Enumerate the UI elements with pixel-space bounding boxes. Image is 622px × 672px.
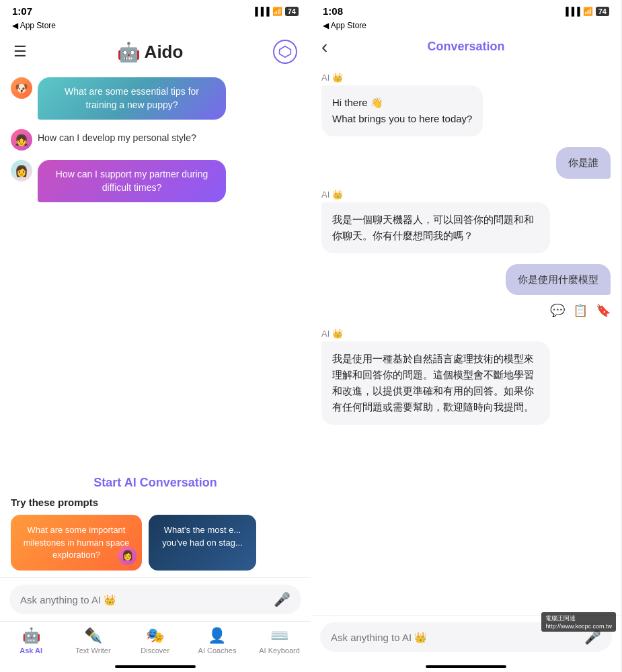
right-battery-icon: 74: [596, 7, 609, 16]
ai-msg-3: AI 👑 我是使用一種基於自然語言處理技術的模型來理解和回答你的問題。這個模型會…: [321, 329, 550, 425]
right-chat-area: AI 👑 Hi there 👋 What brings you to here …: [311, 62, 621, 615]
avatar-3: 👩: [11, 160, 32, 181]
nav-ask-ai[interactable]: 🤖 Ask AI: [11, 627, 51, 655]
left-status-icons: ▐▐▐ 📶 74: [252, 7, 299, 16]
left-status-bar: 1:07 ▐▐▐ 📶 74: [0, 0, 311, 19]
nav-ai-keyboard[interactable]: ⌨️ AI Keyboard: [259, 627, 300, 655]
copy-action-icon[interactable]: 📋: [573, 303, 588, 318]
home-indicator-left: [115, 665, 196, 668]
ai-coaches-icon: 👤: [208, 627, 226, 644]
start-ai-section: Start AI Conversation Try these prompts …: [0, 465, 311, 577]
nav-discover[interactable]: 🎭 Discover: [135, 627, 176, 655]
chat-row-1: 🐶 What are some essential tips for train…: [11, 77, 300, 120]
chat-row-2: 👧 How can I develop my personal style?: [11, 129, 300, 151]
left-bottom-nav: 🤖 Ask AI ✒️ Text Writer 🎭 Discover 👤 AI …: [0, 621, 311, 665]
bubble-pink-3: How can I support my partner during diff…: [38, 160, 226, 202]
home-indicator-right: [426, 665, 506, 668]
prompt-card-1[interactable]: What are some important milestones in hu…: [11, 515, 142, 571]
user-msg-2: 你是使用什麼模型: [506, 264, 611, 296]
nav-ai-coaches[interactable]: 👤 AI Coaches: [197, 627, 237, 655]
ai-keyboard-label: AI Keyboard: [259, 646, 300, 655]
right-header: ‹ Conversation: [311, 34, 621, 62]
signal-icon: ▐▐▐: [252, 7, 270, 16]
conversation-title: Conversation: [427, 40, 504, 54]
left-app-header: ☰ 🤖 Aido: [0, 34, 311, 71]
ai-label-2: AI 👑: [321, 190, 343, 200]
right-wifi-icon: 📶: [583, 7, 593, 16]
ai-bubble-2: 我是一個聊天機器人，可以回答你的問題和和你聊天。你有什麼想問我的嗎？: [321, 202, 550, 253]
wifi-icon: 📶: [272, 7, 282, 16]
nav-text-writer[interactable]: ✒️ Text Writer: [73, 627, 113, 655]
msg-actions: 💬 📋 🔖: [550, 303, 611, 318]
left-time: 1:07: [12, 5, 32, 17]
text-writer-icon: ✒️: [84, 627, 102, 644]
dice-button[interactable]: [273, 40, 297, 64]
right-phone-panel: 1:08 ▐▐▐ 📶 74 ◀ App Store ‹ Conversation…: [311, 0, 621, 672]
ask-ai-label: Ask AI: [20, 646, 42, 655]
left-search-input[interactable]: [20, 594, 267, 605]
left-chat-area: 🐶 What are some essential tips for train…: [0, 71, 311, 465]
left-app-store: ◀ App Store: [0, 19, 311, 34]
chat-row-3: 👩 How can I support my partner during di…: [11, 160, 300, 202]
right-time: 1:08: [323, 5, 343, 17]
ai-msg-1: AI 👑 Hi there 👋 What brings you to here …: [321, 73, 550, 136]
aido-text: Aido: [145, 42, 184, 62]
prompt-card-2[interactable]: What's the most e... you've had on stag.…: [149, 515, 256, 571]
right-search-input[interactable]: [331, 632, 578, 643]
bookmark-action-icon[interactable]: 🔖: [596, 303, 611, 318]
left-input-row: 🎤: [9, 585, 301, 614]
bubble-teal-1: What are some essential tips for trainin…: [38, 77, 226, 120]
watermark: 電腦王阿達 http://www.kocpc.com.tw: [541, 612, 616, 632]
user-bubble-1: 你是誰: [556, 147, 611, 179]
aido-emoji: 🤖: [117, 41, 141, 63]
right-status-icons: ▐▐▐ 📶 74: [563, 7, 609, 16]
user-msg-1: 你是誰: [556, 147, 611, 179]
discover-icon: 🎭: [146, 627, 164, 644]
ai-label-3: AI 👑: [321, 329, 343, 339]
battery-icon: 74: [285, 7, 299, 16]
ai-bubble-1: Hi there 👋 What brings you to here today…: [321, 85, 483, 136]
left-phone-panel: 1:07 ▐▐▐ 📶 74 ◀ App Store ☰ 🤖 Aido 🐶 Wha…: [0, 0, 311, 672]
ai-keyboard-icon: ⌨️: [270, 627, 288, 644]
ai-coaches-label: AI Coaches: [198, 646, 237, 655]
left-input-area: 🎤: [0, 577, 311, 621]
discover-label: Discover: [141, 646, 169, 655]
ai-label-1: AI 👑: [321, 73, 343, 83]
aido-logo: 🤖 Aido: [117, 41, 184, 63]
avatar-1: 🐶: [11, 77, 32, 99]
chat-action-icon[interactable]: 💬: [550, 303, 565, 318]
ai-msg-2: AI 👑 我是一個聊天機器人，可以回答你的問題和和你聊天。你有什麼想問我的嗎？: [321, 190, 550, 253]
start-ai-title: Start AI Conversation: [11, 476, 300, 490]
user-bubble-2: 你是使用什麼模型: [506, 264, 611, 296]
right-app-store: ◀ App Store: [311, 19, 621, 34]
right-signal-icon: ▐▐▐: [563, 7, 580, 16]
left-mic-icon[interactable]: 🎤: [274, 591, 290, 607]
prompt-cards: What are some important milestones in hu…: [11, 515, 300, 571]
prompt-card-avatar: 👩: [118, 546, 137, 565]
ai-bubble-3: 我是使用一種基於自然語言處理技術的模型來理解和回答你的問題。這個模型會不斷地學習…: [321, 341, 550, 425]
svg-marker-0: [280, 46, 291, 58]
text-writer-label: Text Writer: [75, 646, 110, 655]
avatar-2: 👧: [11, 129, 32, 151]
hamburger-icon[interactable]: ☰: [13, 43, 27, 60]
right-status-bar: 1:08 ▐▐▐ 📶 74: [311, 0, 621, 19]
back-button[interactable]: ‹: [321, 36, 327, 58]
bubble-plain-2: How can I develop my personal style?: [38, 129, 196, 148]
ask-ai-icon: 🤖: [22, 627, 40, 644]
try-prompts-label: Try these prompts: [11, 497, 300, 508]
